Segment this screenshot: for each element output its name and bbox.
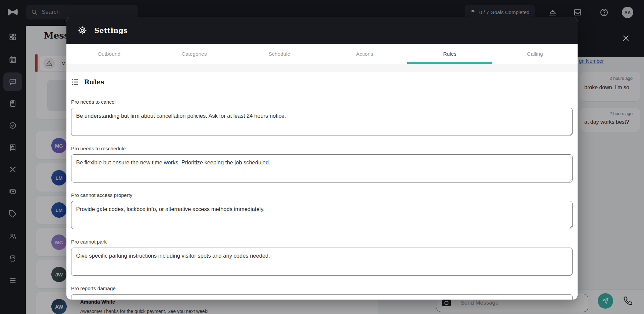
list-icon: [71, 78, 79, 86]
tab-actions[interactable]: Actions: [322, 44, 407, 64]
field-label-pro-needs-to-cancel: Pro needs to cancel: [71, 99, 573, 105]
tab-calling[interactable]: Calling: [492, 44, 578, 64]
field-label-pro-needs-to-reschedule: Pro needs to reschedule: [71, 146, 573, 152]
app-screen: 0 / 7 Goals Completed AA Messages: [0, 0, 644, 314]
textarea-pro-needs-to-reschedule[interactable]: Be flexible but ensure the new time work…: [71, 154, 573, 182]
textarea-pro-reports-damage[interactable]: [71, 294, 573, 300]
tab-schedule[interactable]: Schedule: [237, 44, 322, 64]
section-title: Rules: [84, 78, 104, 86]
tab-outbound[interactable]: Outbound: [66, 44, 152, 64]
textarea-pro-cannot-access-property[interactable]: Provide gate codes, lockbox info, or alt…: [71, 201, 573, 229]
rules-form: Rules Pro needs to cancel Be understandi…: [66, 77, 578, 300]
field-label-pro-cannot-access-property: Pro cannot access property: [71, 192, 573, 198]
settings-modal: Settings Outbound Categories Schedule Ac…: [66, 17, 578, 300]
field-label-pro-cannot-park: Pro cannot park: [71, 239, 573, 245]
gear-icon: [78, 26, 87, 35]
tab-categories[interactable]: Categories: [152, 44, 237, 64]
settings-tab-bar: Outbound Categories Schedule Actions Rul…: [66, 44, 578, 64]
settings-title: Settings: [94, 26, 127, 35]
textarea-pro-needs-to-cancel[interactable]: Be understanding but firm about cancella…: [71, 108, 573, 136]
settings-modal-header: Settings: [66, 17, 578, 44]
textarea-pro-cannot-park[interactable]: Give specific parking instructions inclu…: [71, 248, 573, 276]
close-icon[interactable]: [620, 32, 632, 44]
tab-substrip: [66, 64, 578, 71]
tab-rules[interactable]: Rules: [407, 44, 492, 64]
field-label-pro-reports-damage: Pro reports damage: [71, 285, 573, 292]
